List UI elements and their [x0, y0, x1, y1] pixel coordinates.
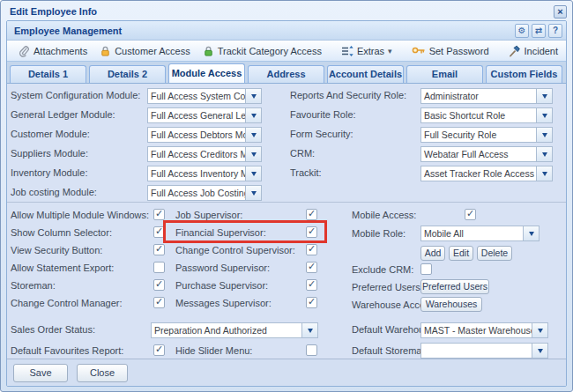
exclude-crm-label: Exclude CRM:: [352, 264, 413, 275]
set-password-button[interactable]: Set Password: [406, 44, 495, 58]
tab-details-1[interactable]: Details 1: [10, 65, 86, 83]
dropdown-trigger[interactable]: [245, 186, 261, 200]
dropdown-trigger[interactable]: [245, 166, 261, 181]
dropdown-trigger[interactable]: [245, 128, 261, 142]
reports-and-security-role-select[interactable]: Administrator: [420, 88, 553, 104]
chevron-down-icon: [251, 152, 257, 157]
gear-icon: ⚙: [518, 26, 526, 35]
selected-value: Full Access General Ledger: [148, 108, 245, 122]
password-supervisor-label: Password Supervisor:: [175, 263, 270, 273]
crm-label: CRM:: [290, 148, 315, 159]
preferred-users-button[interactable]: Preferred Users: [420, 279, 489, 294]
selected-value: Full Access Creditors Module: [148, 147, 245, 161]
mobile-access-checkbox[interactable]: ✓: [465, 209, 476, 220]
save-button[interactable]: Save: [13, 364, 68, 382]
chevron-down-icon: [538, 349, 543, 353]
selected-value: Mobile All: [421, 226, 523, 240]
messages-supervisor-checkbox[interactable]: ✓: [306, 297, 317, 308]
storeman-checkbox[interactable]: ✓: [153, 279, 165, 291]
warehouses-button[interactable]: Warehouses: [420, 297, 482, 312]
purchase-supervisor-label: Purchase Supervisor:: [175, 280, 268, 291]
dropdown-trigger[interactable]: [301, 323, 317, 337]
trackit-label: Trackit:: [290, 167, 322, 178]
allow-multiple-module-windows-checkbox[interactable]: ✓: [153, 209, 165, 220]
suppliers-module-select[interactable]: Full Access Creditors Module: [147, 146, 262, 162]
trackit-category-access-button[interactable]: Trackit Category Access: [197, 43, 327, 59]
edit-button[interactable]: Edit: [449, 246, 473, 261]
chevron-down-icon: [251, 172, 257, 176]
tab-module-access[interactable]: Module Access: [168, 63, 245, 83]
job-supervisor-checkbox[interactable]: ✓: [306, 209, 317, 220]
allow-statement-export-checkbox[interactable]: [153, 262, 165, 273]
chevron-down-icon: ▾: [388, 47, 392, 55]
purchase-supervisor-checkbox[interactable]: ✓: [306, 279, 317, 291]
tab-address[interactable]: Address: [248, 65, 324, 83]
change-control-manager-checkbox[interactable]: ✓: [153, 297, 165, 308]
view-security-button-checkbox[interactable]: ✓: [153, 244, 165, 255]
reports-and-security-role-label: Reports And Security Role:: [290, 90, 406, 100]
crm-select[interactable]: Webatar Full Access: [420, 146, 553, 162]
chevron-down-icon: [251, 191, 257, 196]
close-footer-button[interactable]: Close: [77, 364, 128, 382]
preferred-users-label: Preferred Users:: [352, 282, 423, 292]
default-warehouse-select[interactable]: MAST - Master Warehouse: [420, 322, 548, 338]
dropdown-trigger[interactable]: [536, 166, 552, 181]
default-favourites-report-checkbox[interactable]: ✓: [153, 344, 165, 356]
dropdown-trigger[interactable]: [245, 147, 261, 161]
dropdown-trigger[interactable]: [523, 226, 539, 240]
favourite-role-select[interactable]: Basic Shortcut Role: [420, 107, 553, 123]
delete-button[interactable]: Delete: [477, 246, 512, 261]
edit-employee-info-dialog: Edit Employee Info × Employee Management…: [0, 0, 573, 392]
tab-email[interactable]: Email: [406, 65, 483, 83]
selected-value: Full Access System Config: [148, 89, 245, 103]
tab-account-details[interactable]: Account Details: [327, 65, 404, 83]
settings-button[interactable]: ⚙: [515, 24, 529, 38]
help-icon: ?: [553, 26, 558, 35]
password-supervisor-checkbox[interactable]: ✓: [306, 262, 317, 273]
dropdown-trigger[interactable]: [532, 344, 547, 358]
customer-module-select[interactable]: Full Access Debtors Module: [147, 127, 262, 143]
change-control-supervisor-checkbox[interactable]: ✓: [306, 244, 317, 255]
default-storeman-select[interactable]: [420, 343, 548, 359]
view-security-button-label: View Security Button:: [11, 245, 102, 255]
window-close-button[interactable]: ×: [554, 5, 567, 18]
general-ledger-module-select[interactable]: Full Access General Ledger: [147, 107, 262, 123]
messages-supervisor-label: Messages Supervisor:: [175, 298, 272, 308]
selected-value: Full Security Role: [421, 128, 536, 142]
refresh-icon: ⇄: [535, 26, 542, 35]
orange-lock-icon: [100, 45, 111, 57]
selected-value: MAST - Master Warehouse: [421, 323, 532, 337]
hide-slider-menu-checkbox[interactable]: [306, 344, 317, 356]
dropdown-trigger[interactable]: [536, 147, 552, 161]
attachments-button[interactable]: Attachments: [12, 43, 93, 59]
dropdown-trigger[interactable]: [536, 89, 552, 103]
system-configuration-module-select[interactable]: Full Access System Config: [147, 88, 262, 104]
dropdown-trigger[interactable]: [536, 108, 552, 122]
customer-access-button[interactable]: Customer Access: [94, 43, 196, 59]
exclude-crm-checkbox[interactable]: [420, 263, 432, 275]
extras-menu-button[interactable]: Extras ▾: [336, 43, 398, 59]
help-button[interactable]: ?: [548, 24, 562, 38]
chevron-down-icon: [542, 94, 547, 99]
dropdown-trigger[interactable]: [536, 128, 552, 142]
mobile-role-select[interactable]: Mobile All: [420, 226, 540, 241]
close-icon: ×: [557, 6, 562, 17]
chevron-down-icon: [542, 152, 547, 157]
refresh-button[interactable]: ⇄: [532, 24, 546, 38]
tab-custom-fields[interactable]: Custom Fields: [486, 65, 562, 83]
trackit-select[interactable]: Asset Tracker Role Access: [420, 166, 553, 181]
chevron-down-icon: [251, 94, 257, 99]
sales-order-status-select[interactable]: Preparation And Authorized: [151, 322, 318, 338]
form-security-label: Form Security:: [290, 129, 353, 139]
add-button[interactable]: Add: [420, 246, 445, 261]
inventory-module-label: Inventory Module:: [11, 167, 87, 178]
dropdown-trigger[interactable]: [245, 89, 261, 103]
job-costing-module-select[interactable]: Full Access Job Costing: [147, 185, 262, 201]
incident-button[interactable]: Incident: [503, 43, 564, 59]
dropdown-trigger[interactable]: [532, 323, 547, 337]
dropdown-trigger[interactable]: [245, 108, 261, 122]
tab-details-2[interactable]: Details 2: [89, 65, 166, 83]
form-security-select[interactable]: Full Security Role: [420, 127, 553, 143]
panel-header: Employee Management ⚙ ⇄ ?: [7, 21, 566, 41]
inventory-module-select[interactable]: Full Access Inventory Module: [147, 166, 262, 181]
